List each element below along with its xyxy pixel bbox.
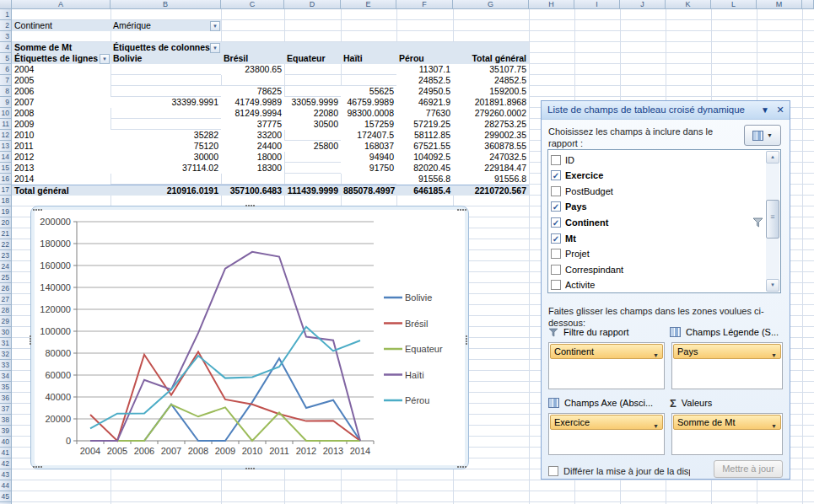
pivot-row-label[interactable]: 2013	[12, 163, 111, 174]
pivot-value-cell[interactable]: 33059.9999	[284, 97, 341, 108]
row-header-18[interactable]: 18	[0, 196, 12, 206]
pivot-value-cell[interactable]: 77630	[396, 108, 453, 119]
pivot-value-cell[interactable]: 18000	[221, 152, 284, 163]
pivot-value-cell[interactable]: 279260.0002	[453, 108, 529, 119]
pivot-column-header[interactable]: Total général	[453, 53, 529, 64]
pivot-row-label[interactable]: 2007	[12, 97, 111, 108]
row-header-2[interactable]: 2	[0, 20, 12, 31]
pivot-value-cell[interactable]: 91750	[341, 163, 396, 174]
scrollbar[interactable]: ▲ ▼	[766, 151, 779, 292]
pivot-value-cell[interactable]: 157259	[341, 119, 396, 130]
values-zone[interactable]: Somme de Mt▼	[671, 413, 783, 455]
row-header-28[interactable]: 28	[0, 305, 12, 316]
series-line-Pérou[interactable]	[90, 327, 360, 429]
pivot-value-cell[interactable]: 159200.5	[453, 86, 529, 97]
field-item-Continent[interactable]: ✓Continent	[551, 214, 763, 230]
row-header-8[interactable]: 8	[0, 86, 12, 97]
column-header-G[interactable]: G	[453, 0, 529, 9]
legend-label[interactable]: Brésil	[405, 319, 429, 329]
column-header-D[interactable]: D	[284, 0, 341, 9]
pivot-row-label[interactable]: 2006	[12, 86, 111, 97]
field-checkbox[interactable]	[551, 280, 561, 290]
row-header-41[interactable]: 41	[0, 448, 12, 458]
field-item-Pays[interactable]: ✓Pays	[551, 199, 763, 215]
field-checkbox[interactable]	[551, 249, 561, 259]
row-header-36[interactable]: 36	[0, 393, 12, 404]
column-header-E[interactable]: E	[341, 0, 396, 9]
scroll-down-icon[interactable]: ▼	[766, 279, 779, 292]
legend-label[interactable]: Pérou	[405, 395, 429, 405]
pivot-value-cell[interactable]: 172407.5	[341, 130, 396, 141]
filter-field-pill[interactable]: Continent▼	[550, 344, 663, 359]
field-checkbox[interactable]: ✓	[551, 217, 561, 228]
legend-label[interactable]: Bolivie	[405, 292, 432, 303]
pivot-value-cell[interactable]: 33399.9991	[111, 97, 221, 108]
field-item-Exercice[interactable]: ✓Exercice	[551, 168, 763, 184]
row-header-13[interactable]: 13	[0, 141, 12, 152]
column-header-partial[interactable]	[802, 0, 814, 9]
row-header-38[interactable]: 38	[0, 415, 12, 426]
selection-handle[interactable]	[465, 335, 469, 345]
chevron-down-icon[interactable]: ▼	[653, 420, 659, 433]
pivot-column-header[interactable]: Bolivie	[111, 53, 221, 64]
defer-checkbox[interactable]	[548, 466, 558, 476]
pivot-total-value[interactable]: 111439.9999	[284, 185, 341, 196]
pivot-total-label[interactable]: Total général	[12, 185, 111, 196]
row-header-43[interactable]: 43	[0, 469, 12, 480]
field-item-PostBudget[interactable]: PostBudget	[551, 183, 763, 199]
pivot-row-label[interactable]: 2011	[12, 141, 111, 152]
pivot-value-cell[interactable]: 75120	[111, 141, 221, 152]
row-header-4[interactable]: 4	[0, 42, 12, 53]
row-header-30[interactable]: 30	[0, 327, 12, 338]
row-header-25[interactable]: 25	[0, 272, 12, 283]
selection-handle[interactable]	[245, 204, 255, 208]
row-header-9[interactable]: 9	[0, 97, 12, 108]
row-header-11[interactable]: 11	[0, 119, 12, 130]
pivot-value-cell[interactable]: 24950.5	[396, 86, 453, 97]
pivot-value-cell[interactable]: 30500	[284, 119, 341, 130]
legend-field-pill[interactable]: Pays▼	[673, 344, 781, 359]
field-item-Correspindant[interactable]: Correspindant	[551, 261, 763, 277]
pivot-value-cell[interactable]: 299002.35	[453, 130, 529, 141]
pivot-value-cell[interactable]: 11307.1	[396, 64, 453, 75]
row-header-33[interactable]: 33	[0, 360, 12, 371]
pivot-column-header[interactable]: Brésil	[221, 53, 284, 64]
chevron-down-icon[interactable]: ▼	[771, 420, 777, 433]
column-header-L[interactable]: L	[711, 0, 757, 9]
pivot-value-cell[interactable]: 35282	[111, 130, 221, 141]
selection-handle[interactable]	[245, 467, 255, 471]
selection-handle[interactable]	[33, 208, 42, 212]
row-header-29[interactable]: 29	[0, 316, 12, 327]
row-labels-dropdown-icon[interactable]: ▼	[100, 54, 110, 64]
field-checkbox[interactable]	[551, 186, 561, 196]
pivot-value-cell[interactable]: 35107.75	[453, 64, 529, 75]
pivot-row-label[interactable]: 2005	[12, 75, 111, 86]
pivot-column-labels-header[interactable]: Étiquettes de colonnes	[111, 42, 221, 53]
pivot-value-cell[interactable]: 24852.5	[396, 75, 453, 86]
scrollbar-thumb[interactable]	[766, 200, 779, 239]
pivot-row-labels-header[interactable]: Étiquettes de lignes	[12, 53, 111, 64]
column-header-K[interactable]: K	[666, 0, 711, 9]
pivot-chart[interactable]: 0200004000060000800001000001200001400001…	[30, 206, 469, 469]
row-header-44[interactable]: 44	[0, 480, 12, 491]
select-all-corner[interactable]	[0, 0, 12, 9]
pivot-value-cell[interactable]: 67521.55	[396, 141, 453, 152]
pivot-column-header[interactable]: Haïti	[341, 53, 396, 64]
pivot-value-cell[interactable]: 37114.02	[111, 163, 221, 174]
row-header-27[interactable]: 27	[0, 294, 12, 305]
pivot-value-cell[interactable]: 22080	[284, 108, 341, 119]
field-checkbox[interactable]: ✓	[551, 201, 561, 212]
axis-field-pill[interactable]: Exercice▼	[550, 415, 663, 430]
field-item-Projet[interactable]: Projet	[551, 246, 763, 262]
pane-title-bar[interactable]: Liste de champs de tableau croisé dynami…	[542, 101, 790, 120]
row-header-26[interactable]: 26	[0, 283, 12, 294]
field-checkbox[interactable]	[551, 155, 561, 165]
pivot-measure-label[interactable]: Somme de Mt	[12, 42, 111, 53]
pivot-value-cell[interactable]: 37775	[221, 119, 284, 130]
pivot-value-cell[interactable]: 46759.9989	[341, 97, 396, 108]
pivot-row-label[interactable]: 2009	[12, 119, 111, 130]
series-line-Brésil[interactable]	[90, 351, 360, 441]
pivot-value-cell[interactable]: 201891.8968	[453, 97, 529, 108]
row-header-23[interactable]: 23	[0, 250, 12, 261]
pivot-filter-label[interactable]: Continent	[12, 20, 111, 31]
